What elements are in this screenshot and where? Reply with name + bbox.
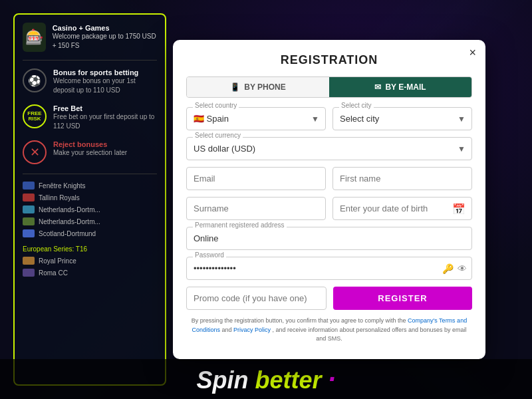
casino-text: Casino + Games Welcome package up to 175…: [53, 24, 157, 51]
city-label: Select city: [339, 102, 374, 109]
promo-register-row: REGISTER: [186, 287, 472, 310]
tab-phone[interactable]: 📱 BY PHONE: [187, 77, 329, 97]
address-input[interactable]: [186, 227, 472, 250]
sports-icon: ⚽: [23, 68, 47, 92]
bonus-freebet: FREERISK Free Bet Free bet on your first…: [23, 104, 157, 131]
brand-logo: Spin better ·: [196, 364, 335, 394]
password-label: Password: [193, 251, 226, 259]
bonus-sports: ⚽ Bonus for sports betting Welcome bonus…: [23, 68, 157, 95]
password-group: Password 🔑 👁: [186, 257, 472, 280]
tab-email[interactable]: ✉ BY E-MAIL: [329, 77, 471, 97]
sidebar-list: Fenêtre Knights Tallinn Royals Netherlan…: [23, 174, 157, 279]
freebet-desc: Free bet on your first deposit up to 112…: [53, 112, 157, 131]
freebet-text: Free Bet Free bet on your first deposit …: [53, 104, 157, 131]
tab-email-label: BY E-MAIL: [385, 82, 426, 92]
casino-icon: 🎰: [23, 23, 46, 52]
list-item: European Series: T16: [23, 243, 157, 255]
country-select[interactable]: 🇪🇸 Spain: [186, 107, 326, 130]
promo-input[interactable]: [186, 287, 327, 310]
address-group: Permanent registered address: [186, 227, 472, 250]
address-label: Permanent registered address: [193, 221, 287, 229]
sidebar-header: 🎰 Casino + Games Welcome package up to 1…: [23, 23, 157, 61]
country-label: Select country: [193, 102, 239, 109]
currency-label: Select currency: [193, 132, 243, 139]
tab-row: 📱 BY PHONE ✉ BY E-MAIL: [186, 76, 472, 98]
reject-desc: Make your selection later: [53, 148, 127, 158]
reject-title: Reject bonuses: [53, 140, 127, 148]
tab-phone-label: BY PHONE: [244, 82, 285, 92]
disclaimer: By pressing the registration button, you…: [186, 317, 472, 344]
password-show-icon[interactable]: 🔑: [442, 263, 454, 274]
register-button[interactable]: REGISTER: [333, 287, 472, 310]
surname-input[interactable]: [186, 197, 326, 220]
list-item: Royal Prince: [23, 255, 157, 267]
list-item: Netherlands-Dortm...: [23, 203, 157, 215]
casino-title: Casino + Games: [53, 24, 157, 32]
reject-icon: ✕: [23, 140, 47, 164]
close-button[interactable]: ×: [469, 47, 476, 59]
bonus-reject[interactable]: ✕ Reject bonuses Make your selection lat…: [23, 140, 157, 164]
firstname-group: [332, 167, 472, 190]
list-item: Tallinn Royals: [23, 192, 157, 203]
brand-bar: Spin better ·: [0, 359, 532, 399]
phone-icon: 📱: [230, 82, 240, 92]
calendar-icon: 📅: [452, 202, 466, 215]
password-toggle-icon[interactable]: 👁: [458, 263, 467, 274]
dob-group: 📅: [332, 197, 472, 220]
surname-group: [186, 197, 326, 220]
email-group: [186, 167, 326, 190]
currency-select[interactable]: US dollar (USD): [186, 137, 472, 160]
list-item: Roma CC: [23, 267, 157, 279]
country-select-wrapper: 🇪🇸 Spain ▼: [186, 107, 326, 130]
registration-modal: × REGISTRATION 📱 BY PHONE ✉ BY E-MAIL Se…: [173, 40, 485, 359]
email-input[interactable]: [186, 167, 326, 190]
password-icons: 🔑 👁: [442, 263, 467, 274]
firstname-input[interactable]: [332, 167, 472, 190]
email-tab-icon: ✉: [374, 82, 381, 92]
list-item: Scotland-Dortmund: [23, 227, 157, 239]
freebet-title: Free Bet: [53, 104, 157, 112]
dob-wrapper: 📅: [332, 197, 472, 220]
dob-input[interactable]: [332, 197, 472, 220]
modal-title: REGISTRATION: [186, 53, 472, 67]
city-group: Select city Select city ▼: [332, 107, 472, 130]
privacy-link[interactable]: Privacy Policy: [233, 327, 271, 333]
sports-desc: Welcome bonus on your 1st deposit up to …: [53, 76, 157, 95]
brand-dot: ·: [328, 364, 335, 394]
city-select[interactable]: Select city: [332, 107, 472, 130]
country-group: Select country 🇪🇸 Spain ▼: [186, 107, 326, 130]
list-item: Netherlands-Dortm...: [23, 215, 157, 227]
country-city-row: Select country 🇪🇸 Spain ▼ Select city Se…: [186, 107, 472, 130]
password-input[interactable]: [186, 257, 472, 280]
brand-spin: Spin: [196, 366, 248, 394]
brand-better: better: [255, 366, 321, 394]
email-firstname-row: [186, 167, 472, 190]
sidebar: 🎰 Casino + Games Welcome package up to 1…: [13, 13, 166, 386]
sports-text: Bonus for sports betting Welcome bonus o…: [53, 68, 157, 95]
casino-subtitle: Welcome package up to 1750 USD + 150 FS: [53, 32, 157, 51]
list-item: Fenêtre Knights: [23, 180, 157, 192]
currency-group: Select currency US dollar (USD) ▼: [186, 137, 472, 160]
reject-text: Reject bonuses Make your selection later: [53, 140, 127, 158]
city-select-wrapper: Select city ▼: [332, 107, 472, 130]
sports-title: Bonus for sports betting: [53, 68, 157, 76]
freebet-icon: FREERISK: [23, 104, 47, 128]
surname-dob-row: 📅: [186, 197, 472, 220]
